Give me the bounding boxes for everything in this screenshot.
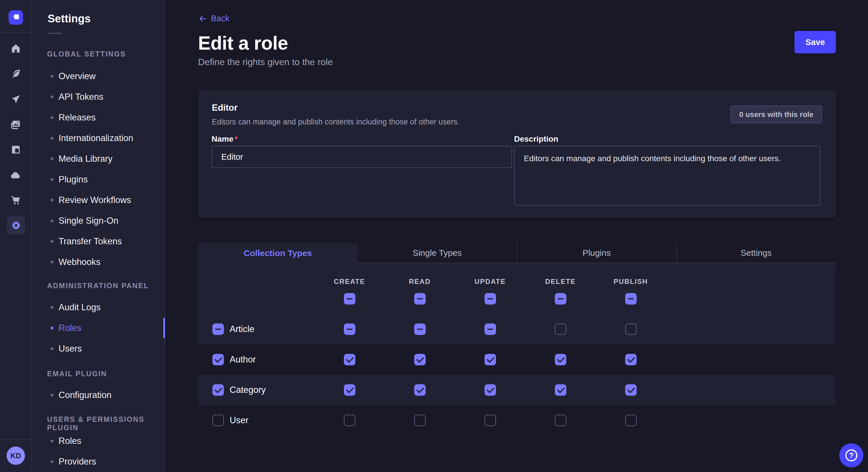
sidebar-item-configuration[interactable]: Configuration bbox=[33, 385, 164, 405]
row-checkbox-category[interactable] bbox=[212, 384, 224, 396]
cloud-icon bbox=[10, 169, 22, 181]
sidebar-item-label: Transfer Tokens bbox=[59, 236, 122, 247]
author-publish-checkbox[interactable] bbox=[625, 354, 637, 365]
sidebar-item-label: Overview bbox=[59, 71, 96, 81]
sidebar-item-label: Users bbox=[59, 343, 82, 354]
author-update-checkbox[interactable] bbox=[485, 354, 496, 365]
sidebar-item-media-library[interactable]: Media Library bbox=[33, 148, 164, 169]
role-name-input[interactable] bbox=[212, 146, 512, 168]
select-all-create-checkbox[interactable] bbox=[344, 293, 355, 305]
save-button[interactable]: Save bbox=[795, 31, 836, 53]
nav-item-settings[interactable] bbox=[7, 216, 25, 234]
author-delete-checkbox[interactable] bbox=[555, 354, 566, 365]
role-description-textarea[interactable]: Editors can manage and publish contents … bbox=[514, 146, 820, 206]
help-button[interactable]: ? bbox=[839, 443, 863, 467]
sidebar-item-overview[interactable]: Overview bbox=[33, 66, 164, 87]
sidebar-item-transfer-tokens[interactable]: Transfer Tokens bbox=[33, 231, 164, 252]
category-delete-checkbox[interactable] bbox=[555, 384, 566, 396]
article-create-checkbox[interactable] bbox=[344, 324, 355, 335]
category-publish-checkbox[interactable] bbox=[625, 384, 637, 396]
sidebar-item-label: Roles bbox=[59, 323, 81, 333]
sidebar-item-internationalization[interactable]: Internationalization bbox=[33, 128, 164, 148]
row-checkbox-author[interactable] bbox=[212, 354, 224, 365]
administration-panel-list: Audit Logs Roles Users bbox=[33, 297, 164, 359]
sidebar-item-providers[interactable]: Providers bbox=[33, 451, 164, 472]
column-title: DELETE bbox=[545, 278, 576, 285]
article-update-checkbox[interactable] bbox=[485, 324, 496, 335]
sidebar-item-releases[interactable]: Releases bbox=[33, 107, 164, 128]
bullet-icon bbox=[51, 220, 53, 222]
sidebar-item-roles-up[interactable]: Roles bbox=[33, 431, 164, 451]
page-subtitle: Define the rights given to the role bbox=[198, 57, 333, 67]
nav-divider bbox=[0, 439, 32, 440]
sidebar-item-audit-logs[interactable]: Audit Logs bbox=[33, 297, 164, 318]
name-label-text: Name bbox=[212, 134, 234, 143]
category-read-checkbox[interactable] bbox=[414, 384, 426, 396]
tab-single-types[interactable]: Single Types bbox=[358, 243, 517, 263]
select-all-publish-checkbox[interactable] bbox=[625, 293, 637, 305]
sidebar-item-webhooks[interactable]: Webhooks bbox=[33, 252, 164, 272]
bullet-icon bbox=[51, 347, 53, 350]
user-read-checkbox[interactable] bbox=[414, 415, 426, 426]
user-avatar[interactable]: KD bbox=[7, 446, 25, 465]
nav-item-home[interactable] bbox=[9, 42, 23, 55]
sidebar-item-users[interactable]: Users bbox=[33, 338, 164, 359]
tab-settings[interactable]: Settings bbox=[677, 243, 836, 263]
user-create-checkbox[interactable] bbox=[344, 415, 355, 426]
cell bbox=[596, 384, 666, 396]
sidebar-item-roles-admin[interactable]: Roles bbox=[33, 318, 164, 338]
name-field-label: Name* bbox=[212, 134, 238, 143]
sidebar-item-api-tokens[interactable]: API Tokens bbox=[33, 87, 164, 107]
sidebar-item-single-sign-on[interactable]: Single Sign-On bbox=[33, 210, 164, 231]
feather-icon bbox=[10, 68, 21, 79]
bullet-icon bbox=[51, 327, 53, 330]
select-all-update-checkbox[interactable] bbox=[485, 293, 496, 305]
tab-collection-types[interactable]: Collection Types bbox=[198, 243, 358, 263]
nav-item-cloud[interactable] bbox=[9, 168, 23, 182]
nav-item-content-builder[interactable] bbox=[9, 67, 23, 80]
row-label-cell: User bbox=[198, 415, 314, 426]
article-read-checkbox[interactable] bbox=[414, 324, 426, 335]
row-label: Category bbox=[229, 385, 266, 395]
nav-item-marketplace[interactable] bbox=[9, 193, 23, 207]
tab-label: Settings bbox=[741, 248, 772, 258]
user-delete-checkbox[interactable] bbox=[555, 415, 566, 426]
select-all-read-checkbox[interactable] bbox=[414, 293, 426, 305]
nav-item-deploy[interactable] bbox=[9, 92, 23, 106]
sidebar-item-label: Plugins bbox=[59, 174, 88, 185]
category-create-checkbox[interactable] bbox=[344, 384, 355, 396]
nav-item-content-manager[interactable] bbox=[9, 143, 23, 157]
permissions-tabs: Collection Types Single Types Plugins Se… bbox=[198, 243, 836, 263]
category-update-checkbox[interactable] bbox=[485, 384, 496, 396]
author-read-checkbox[interactable] bbox=[414, 354, 426, 365]
strapi-logo[interactable] bbox=[9, 10, 23, 25]
sidebar-item-label: Internationalization bbox=[59, 133, 133, 143]
row-label: Author bbox=[229, 355, 256, 365]
tab-label: Plugins bbox=[583, 248, 611, 258]
header-spacer bbox=[666, 263, 836, 314]
row-checkbox-article[interactable] bbox=[212, 324, 224, 335]
bullet-icon bbox=[51, 460, 53, 463]
user-publish-checkbox[interactable] bbox=[625, 415, 637, 426]
sidebar-item-label: Releases bbox=[59, 112, 96, 123]
sidebar-item-label: Review Workflows bbox=[59, 195, 131, 205]
author-create-checkbox[interactable] bbox=[344, 354, 355, 365]
back-link[interactable]: Back bbox=[198, 14, 229, 23]
sidebar-item-plugins[interactable]: Plugins bbox=[33, 169, 164, 190]
bullet-icon bbox=[51, 261, 53, 264]
arrow-left-icon bbox=[198, 14, 207, 23]
users-count-badge[interactable]: 0 users with this role bbox=[731, 105, 822, 123]
nav-item-media-library[interactable] bbox=[9, 118, 23, 132]
user-update-checkbox[interactable] bbox=[485, 415, 496, 426]
tab-plugins[interactable]: Plugins bbox=[517, 243, 677, 263]
sidebar-item-review-workflows[interactable]: Review Workflows bbox=[33, 190, 164, 210]
article-publish-checkbox[interactable] bbox=[625, 324, 637, 335]
select-all-delete-checkbox[interactable] bbox=[555, 293, 566, 305]
tab-label: Collection Types bbox=[244, 248, 312, 258]
sidebar-item-label: Media Library bbox=[59, 154, 113, 164]
bullet-icon bbox=[51, 75, 53, 78]
cell bbox=[455, 415, 525, 426]
row-checkbox-user[interactable] bbox=[212, 415, 224, 426]
article-delete-checkbox[interactable] bbox=[555, 324, 566, 335]
bullet-icon bbox=[51, 306, 53, 309]
